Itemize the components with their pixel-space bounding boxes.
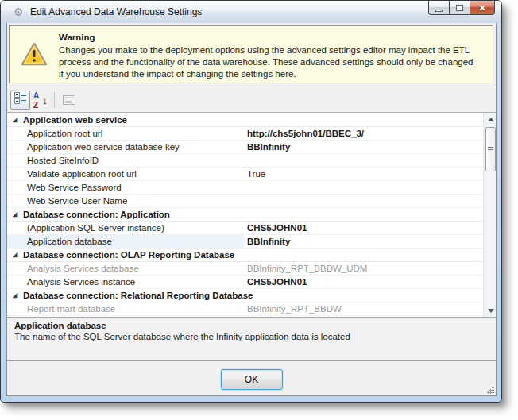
collapse-expander-icon[interactable]: ◢ [7, 210, 18, 218]
collapse-expander-icon[interactable]: ◢ [7, 291, 18, 299]
gear-icon: ⚙ [14, 6, 24, 18]
scrollbar-thumb[interactable] [485, 127, 496, 171]
property-value[interactable] [245, 181, 482, 194]
property-value[interactable]: BBInfinity [245, 141, 482, 153]
property-value[interactable]: CHS5JOHN01 [245, 222, 482, 234]
property-label: Application root url [7, 127, 245, 140]
categorized-view-button[interactable] [10, 91, 30, 110]
close-icon: ✕ [478, 2, 485, 14]
warning-icon [10, 26, 59, 83]
description-pane: Application database The name of the SQL… [7, 318, 496, 361]
category-row[interactable]: ◢ Database connection: Application [7, 208, 482, 222]
property-row[interactable]: (Application SQL Server instance) CHS5JO… [7, 222, 482, 235]
sort-arrow-icon: ↓ [43, 94, 48, 107]
property-row[interactable]: Application root url http://chs5john01/B… [7, 127, 482, 141]
minimize-button[interactable] [428, 1, 450, 15]
dialog-window: ⚙ Edit Advanced Data Warehouse Settings … [0, 0, 502, 403]
category-row[interactable]: ◢ Database connection: Relational Report… [7, 289, 482, 302]
property-row[interactable]: Application web service database key BBI… [7, 141, 482, 154]
collapse-expander-icon[interactable]: ◢ [7, 116, 18, 124]
sort-z-letter: Z [33, 101, 38, 110]
scroll-down-button[interactable] [484, 304, 497, 317]
category-label: Database connection: Application [18, 210, 170, 219]
property-label: (Application SQL Server instance) [7, 222, 245, 234]
property-label: Web Service Password [7, 181, 245, 194]
scroll-down-icon [488, 309, 494, 313]
property-label: Report mart database [7, 302, 245, 315]
dialog-client-area: Warning Changes you make to the deployme… [6, 23, 497, 396]
property-row[interactable]: Analysis Services instance CHS5JOHN01 [7, 276, 482, 289]
minimize-icon [435, 10, 443, 12]
property-value[interactable]: True [245, 168, 482, 180]
toolbar-separator [54, 92, 55, 108]
resize-grip[interactable] [486, 386, 494, 394]
collapse-expander-icon[interactable]: ◢ [7, 251, 18, 259]
category-label: Application web service [18, 115, 127, 125]
property-row-disabled: Analysis Services database BBInfinity_RP… [7, 262, 482, 276]
property-value: BBInfinity_RPT_BBDW [245, 302, 482, 315]
window-title: Edit Advanced Data Warehouse Settings [30, 6, 202, 17]
property-label: Analysis Services instance [7, 276, 245, 288]
category-row[interactable]: ◢ Application web service [7, 114, 482, 127]
warning-title: Warning [59, 32, 480, 44]
property-row-disabled: Report mart database BBInfinity_RPT_BBDW [7, 302, 482, 316]
property-row[interactable]: Validate application root url True [7, 168, 482, 181]
categorized-icon [14, 92, 27, 108]
property-value[interactable]: BBInfinity [245, 235, 482, 248]
maximize-icon [456, 5, 463, 11]
ok-button[interactable]: OK [221, 369, 283, 390]
property-row[interactable]: Hosted SiteInfoID [7, 154, 482, 168]
property-label: Validate application root url [7, 168, 245, 180]
sort-a-letter: A [33, 91, 39, 100]
description-title: Application database [14, 321, 489, 330]
footer-button-strip: OK [7, 361, 496, 396]
maximize-button[interactable] [450, 1, 470, 15]
screenshot-stage: ⚙ Edit Advanced Data Warehouse Settings … [0, 0, 518, 420]
sort-az-icon: A Z ↓ [33, 94, 47, 107]
property-value[interactable]: http://chs5john01/BBEC_3/ [245, 127, 482, 140]
category-row[interactable]: ◢ Database connection: OLAP Reporting Da… [7, 249, 482, 262]
property-grid: ◢ Application web service Application ro… [7, 112, 497, 317]
property-label: Analysis Services database [7, 262, 245, 275]
property-row-selected[interactable]: Application database BBInfinity [7, 235, 482, 249]
property-pages-button [59, 91, 79, 110]
property-label: Hosted SiteInfoID [7, 154, 245, 167]
scrollbar-gripper-icon [488, 147, 493, 152]
category-label: Database connection: Relational Reportin… [18, 291, 253, 300]
property-grid-rows: ◢ Application web service Application ro… [7, 114, 482, 316]
property-label: Application web service database key [7, 141, 245, 153]
caption-button-group: ✕ [428, 1, 495, 15]
property-row[interactable]: Web Service Password [7, 181, 482, 195]
property-grid-toolbar: A Z ↓ [7, 88, 496, 112]
property-value[interactable] [245, 154, 482, 167]
scroll-up-button[interactable] [484, 113, 497, 125]
property-row[interactable]: Web Service User Name [7, 195, 482, 208]
description-text: The name of the SQL Server database wher… [14, 332, 489, 341]
property-value: BBInfinity_RPT_BBDW_UDM [245, 262, 482, 275]
property-label: Web Service User Name [7, 195, 245, 207]
property-pages-icon [63, 95, 75, 105]
vertical-scrollbar[interactable] [483, 113, 497, 317]
scroll-up-icon [488, 118, 494, 121]
title-bar[interactable]: ⚙ Edit Advanced Data Warehouse Settings [1, 1, 501, 23]
warning-text-block: Warning Changes you make to the deployme… [59, 26, 480, 83]
warning-banner: Warning Changes you make to the deployme… [9, 25, 493, 83]
property-value[interactable] [245, 195, 482, 207]
close-button[interactable]: ✕ [470, 1, 495, 15]
category-label: Database connection: OLAP Reporting Data… [18, 250, 234, 260]
alphabetical-sort-button[interactable]: A Z ↓ [30, 91, 50, 110]
property-label: Application database [7, 235, 245, 248]
warning-message: Changes you make to the deployment optio… [59, 44, 480, 80]
property-value[interactable]: CHS5JOHN01 [245, 276, 482, 288]
